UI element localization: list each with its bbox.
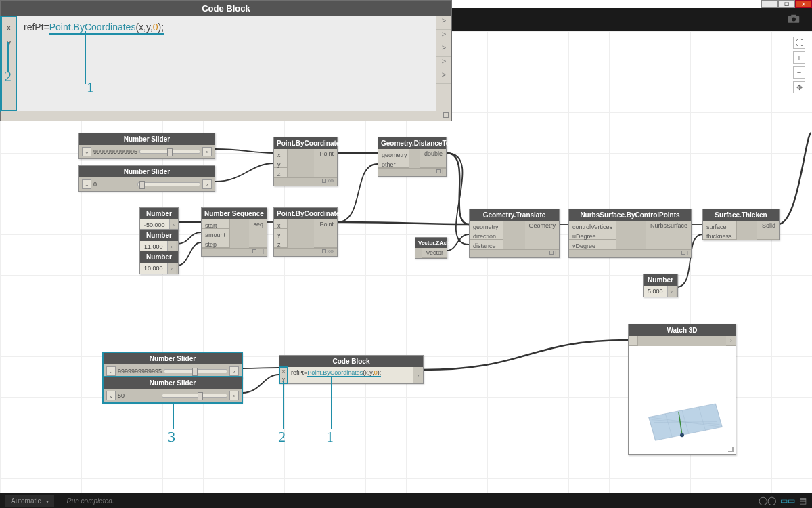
zoom-in-button[interactable]: + [793,51,805,64]
code-text-fn: Point.ByCoordinates [49,22,136,33]
inport-udegree[interactable]: uDegree [569,230,616,240]
inport-controlvertices[interactable]: controlVertices [569,221,616,230]
outport-point[interactable]: Point [314,149,337,177]
outport-vector[interactable]: Vector [422,248,447,258]
inport-x[interactable]: x [274,149,288,158]
outport-nurbssurface[interactable]: NurbsSurface [646,221,691,249]
node-point-bycoordinates-mid[interactable]: Point.ByCoordinates x y z Point xxx [273,207,338,257]
inport-geometry[interactable]: geometry [378,149,409,158]
slider-track[interactable] [137,182,200,186]
inport-amount[interactable]: amount [202,229,230,238]
node-number-slider-4[interactable]: Number Slider ⌄ 50 › [103,377,242,403]
output-port[interactable]: › [668,286,676,297]
inport-other[interactable]: other [378,158,409,168]
viewport-zoom-controls: ⛶ + − ✥ [793,37,805,93]
outport-geometry[interactable]: Geometry [525,221,559,249]
node-nurbssurface-bycontrolpoints[interactable]: NurbsSurface.ByControlPoints controlVert… [568,209,692,258]
port-x[interactable]: x [2,20,16,35]
output-port[interactable]: › [229,391,239,400]
svg-rect-1 [791,14,796,17]
inport[interactable] [629,336,638,346]
outport[interactable]: > [436,70,451,84]
camera-icon[interactable] [788,14,800,23]
node-number-slider-1[interactable]: Number Slider ⌄ 9999999999995 › [78,133,215,159]
node-number-slider-2[interactable]: Number Slider ⌄ 0 › [78,165,215,192]
node-footer: xxx [274,177,337,186]
node-title: Watch 3D [629,324,736,336]
status-icon-a[interactable]: ◯◯ [759,496,776,505]
window-close-button[interactable]: ✕ [795,0,812,8]
slider-track[interactable] [139,150,200,154]
output-port[interactable]: › [168,263,176,274]
status-icon-b[interactable]: ▭▭ [780,496,795,505]
node-vector-zaxis[interactable]: Vector.ZAxis Vector [415,237,447,259]
output-port[interactable]: › [202,179,212,189]
node-surface-thicken[interactable]: Surface.Thicken surface thickness Solid [702,209,780,240]
window-controls: — ☐ ✕ [761,0,812,8]
node-title: Code Block [279,356,423,367]
output-port[interactable]: › [413,367,423,383]
chevron-down-icon[interactable]: ⌄ [106,391,116,400]
inport-step[interactable]: step [202,238,230,248]
node-number-d[interactable]: Number 5.000› [643,274,678,297]
output-port[interactable]: › [202,147,212,156]
zoom-pan-button[interactable]: ✥ [793,81,805,93]
run-mode-dropdown[interactable]: Automatic [5,495,54,507]
port-y[interactable]: y [2,35,16,50]
slider-track[interactable] [162,394,227,398]
resize-handle-icon[interactable] [443,112,449,118]
inport-y[interactable]: y [274,158,288,168]
cb-end: ); [378,369,382,376]
inport-geometry[interactable]: geometry [470,221,503,230]
inport-distance[interactable]: distance [470,240,503,249]
inport-start[interactable]: start [202,219,230,229]
node-number-b[interactable]: Number 11.000› [139,229,179,253]
node-point-bycoordinates-top[interactable]: Point.ByCoordinates x y z Point xxx [273,137,338,186]
node-number-sequence[interactable]: Number Sequence start amount step seq | … [201,207,267,257]
status-icon-c[interactable]: ▤ [799,496,807,505]
inport-vdegree[interactable]: vDegree [569,240,616,249]
chevron-down-icon[interactable]: ⌄ [82,147,91,156]
slider-track[interactable] [164,369,227,373]
codeblock-code[interactable]: refPt=Point.ByCoordinates(x,y,0); [288,367,413,383]
chevron-down-icon[interactable]: ⌄ [106,366,116,376]
inport-surface[interactable]: surface [703,221,737,230]
inport-direction[interactable]: direction [470,230,503,240]
outport-solid[interactable]: Solid [757,221,779,240]
zoom-fit-button[interactable]: ⛶ [793,37,805,49]
inport-thickness[interactable]: thickness [703,230,737,240]
number-value[interactable]: 10.000 [140,263,168,274]
inport-y[interactable]: y [274,229,288,238]
node-number-a[interactable]: Number -50.000› [139,207,179,231]
outport[interactable]: > [436,30,451,43]
codeblock-zoom-input-ports: x y [1,16,17,111]
node-title: Number Slider [79,166,215,177]
outport-point[interactable]: Point [314,219,337,248]
node-watch-3d[interactable]: Watch 3D › [628,324,736,455]
inport-z[interactable]: z [274,168,288,177]
output-port[interactable]: › [229,366,239,376]
port-x[interactable]: x [279,367,288,375]
outport[interactable]: > [436,16,451,30]
outport-double[interactable]: double [420,149,446,168]
outport-seq[interactable]: seq [249,219,267,248]
window-maximize-button[interactable]: ☐ [778,0,795,8]
inport-x[interactable]: x [274,219,288,229]
node-number-slider-3[interactable]: Number Slider ⌄ 9999999999995 › [103,352,242,379]
outport[interactable]: > [436,43,451,57]
node-number-c[interactable]: Number 10.000› [139,251,179,274]
inport-z[interactable]: z [274,238,288,248]
chevron-down-icon[interactable]: ⌄ [82,179,91,189]
node-geometry-translate[interactable]: Geometry.Translate geometry direction di… [469,209,560,258]
node-geometry-distanceto[interactable]: Geometry.DistanceTo geometry other doubl… [378,137,447,177]
codeblock-zoom-code-area[interactable]: refPt=Point.ByCoordinates(x,y,0); [17,16,436,111]
number-value[interactable]: 5.000 [644,286,668,297]
outport[interactable]: › [726,336,736,346]
window-minimize-button[interactable]: — [761,0,778,8]
resize-handle-icon[interactable] [728,447,734,452]
outport[interactable]: > [436,57,451,70]
zoom-out-button[interactable]: − [793,66,805,79]
node-code-block[interactable]: Code Block x y refPt=Point.ByCoordinates… [279,355,424,384]
status-right-icons: ◯◯ ▭▭ ▤ [759,496,807,505]
watch3d-viewport[interactable] [629,346,736,454]
